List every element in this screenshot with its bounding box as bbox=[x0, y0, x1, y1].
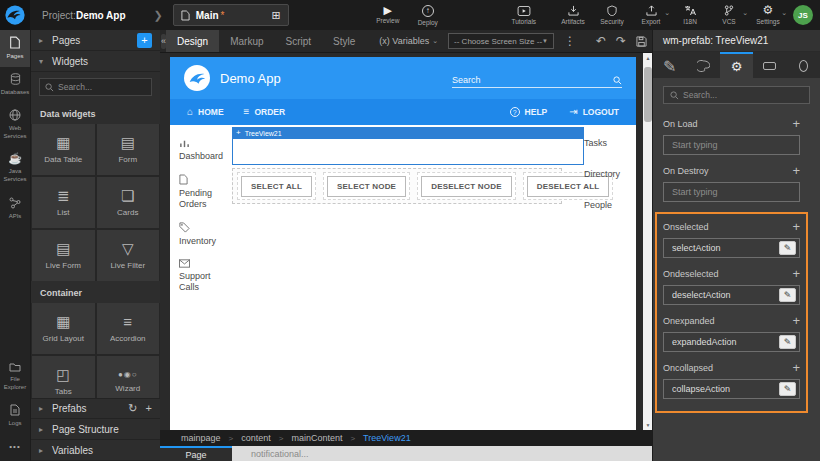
treeview-selection-label[interactable]: + TreeView21 bbox=[232, 127, 584, 139]
rail-item-databases[interactable]: Databases bbox=[0, 67, 30, 103]
widget-tile-tabs[interactable]: ◰ Tabs bbox=[32, 356, 95, 398]
rail-item-apis[interactable]: APIs bbox=[0, 191, 30, 227]
active-page-tab[interactable]: Main * ⊞ bbox=[173, 4, 289, 26]
property-search[interactable] bbox=[663, 86, 810, 104]
select-all-button[interactable]: SELECT ALL bbox=[241, 176, 312, 197]
settings-button[interactable]: ⚙ Settings ⌄ bbox=[753, 5, 783, 25]
widget-tile-grid-layout[interactable]: ▦ Grid Layout bbox=[32, 303, 95, 354]
tab-properties[interactable]: ✎ bbox=[653, 52, 686, 78]
breadcrumb-mainpage[interactable]: mainpage bbox=[181, 433, 221, 443]
sidebar-section-variables[interactable]: ▸ Variables bbox=[31, 440, 160, 461]
sidebar-section-widgets[interactable]: ▾ Widgets bbox=[31, 51, 160, 72]
i18n-button[interactable]: I18N bbox=[675, 5, 705, 25]
onselected-field[interactable]: ✎ bbox=[663, 238, 800, 258]
user-avatar[interactable]: JS bbox=[793, 5, 813, 25]
tab-gestures[interactable] bbox=[787, 52, 820, 78]
add-event-icon[interactable]: + bbox=[792, 267, 800, 280]
nav-order[interactable]: ≡ ORDER bbox=[244, 107, 286, 117]
widget-search-input[interactable] bbox=[58, 82, 146, 92]
breadcrumb-maincontent[interactable]: mainContent bbox=[291, 433, 342, 443]
onload-input[interactable] bbox=[664, 140, 799, 150]
export-button[interactable]: Export ⌄ bbox=[636, 5, 666, 25]
breadcrumb-treeview21[interactable]: TreeView21 bbox=[363, 433, 411, 443]
treeview-body[interactable] bbox=[232, 139, 584, 165]
oncollapsed-field[interactable]: ✎ bbox=[663, 379, 800, 399]
button-cell[interactable]: SELECT ALL bbox=[237, 172, 316, 200]
add-event-icon[interactable]: + bbox=[792, 314, 800, 327]
preview-button[interactable]: ▶ Preview bbox=[373, 6, 403, 24]
add-event-icon[interactable]: + bbox=[792, 117, 800, 130]
tab-events[interactable]: ⚙ bbox=[720, 52, 753, 78]
widget-search[interactable] bbox=[39, 78, 152, 96]
add-event-icon[interactable]: + bbox=[792, 361, 800, 374]
property-search-input[interactable] bbox=[683, 90, 803, 100]
widget-tile-accordion[interactable]: ≡ Accordion bbox=[97, 303, 160, 354]
widget-tile-list[interactable]: ≣ List bbox=[32, 177, 95, 228]
button-cell[interactable]: SELECT NODE bbox=[323, 172, 410, 200]
edit-action-icon[interactable]: ✎ bbox=[779, 382, 796, 396]
menu-item-support-calls[interactable]: Support Calls bbox=[179, 259, 227, 294]
security-button[interactable]: Security bbox=[597, 5, 627, 25]
add-page-button[interactable]: + bbox=[137, 33, 152, 48]
menu-item-inventory[interactable]: Inventory bbox=[179, 222, 227, 248]
deselect-node-button[interactable]: DESELECT NODE bbox=[421, 176, 512, 197]
undo-button[interactable]: ↶ bbox=[596, 35, 606, 47]
vcs-button[interactable]: VCS ⌄ bbox=[714, 5, 744, 25]
sidebar-section-prefabs[interactable]: ▸ Prefabs ↻ + bbox=[31, 398, 160, 419]
ondestroy-field[interactable] bbox=[663, 182, 800, 202]
artifacts-button[interactable]: Artifacts bbox=[558, 5, 588, 25]
ondestroy-input[interactable] bbox=[664, 187, 799, 197]
menu-item-pending-orders[interactable]: Pending Orders bbox=[179, 174, 227, 211]
onload-field[interactable] bbox=[663, 135, 800, 155]
add-prefab-icon[interactable]: + bbox=[146, 402, 152, 415]
rail-item-logs[interactable]: Logs bbox=[0, 398, 30, 434]
tab-device[interactable] bbox=[753, 52, 786, 78]
tutorials-button[interactable]: Tutorials bbox=[509, 6, 539, 25]
nav-logout[interactable]: ⇥ LOGOUT bbox=[569, 107, 619, 117]
onexpanded-field[interactable]: ✎ bbox=[663, 332, 800, 352]
rail-item-web-services[interactable]: Web Services bbox=[0, 103, 30, 147]
button-grid-container[interactable]: SELECT ALL SELECT NODE DESELECT NODE DES… bbox=[232, 168, 562, 204]
widget-tile-data-table[interactable]: ▦ Data Table bbox=[32, 124, 95, 175]
redo-button[interactable]: ↷ bbox=[616, 35, 626, 47]
ondeselected-input[interactable] bbox=[664, 290, 779, 300]
edit-action-icon[interactable]: ✎ bbox=[779, 288, 796, 302]
page-bottom-tab[interactable]: Page bbox=[160, 446, 232, 461]
sidebar-section-page-structure[interactable]: ▸ Page Structure bbox=[31, 419, 160, 440]
kebab-menu-icon[interactable]: ⋮ bbox=[564, 35, 576, 47]
widget-tile-live-filter[interactable]: ▽ Live Filter bbox=[97, 230, 160, 281]
link-people[interactable]: People bbox=[584, 200, 636, 210]
edit-action-icon[interactable]: ✎ bbox=[779, 335, 796, 349]
ondeselected-field[interactable]: ✎ bbox=[663, 285, 800, 305]
tab-design[interactable]: Design bbox=[166, 30, 219, 52]
rail-item-file-explorer[interactable]: File Explorer bbox=[0, 356, 30, 398]
link-directory[interactable]: Directory bbox=[584, 169, 636, 179]
onexpanded-input[interactable] bbox=[664, 337, 779, 347]
treeview-widget[interactable]: + TreeView21 bbox=[232, 127, 584, 165]
breadcrumb-content[interactable]: content bbox=[241, 433, 271, 443]
nav-home[interactable]: ⌂ HOME bbox=[187, 107, 224, 117]
screen-size-select[interactable]: -- Choose Screen Size -- ▼ bbox=[448, 33, 554, 49]
more-options-icon[interactable]: ••• bbox=[0, 434, 30, 461]
tab-styles[interactable] bbox=[686, 52, 719, 78]
widget-tile-form[interactable]: ▤ Form bbox=[97, 124, 160, 175]
button-cell[interactable]: DESELECT NODE bbox=[417, 172, 516, 200]
scrollbar-thumb[interactable] bbox=[644, 67, 652, 122]
sidebar-section-pages[interactable]: ▸ Pages + bbox=[31, 30, 160, 51]
edit-action-icon[interactable]: ✎ bbox=[779, 241, 796, 255]
add-event-icon[interactable]: + bbox=[792, 220, 800, 233]
onselected-input[interactable] bbox=[664, 243, 779, 253]
wavemaker-logo[interactable] bbox=[0, 0, 30, 30]
tab-script[interactable]: Script bbox=[275, 30, 323, 52]
rail-item-pages[interactable]: Pages bbox=[0, 30, 30, 67]
widget-tile-wizard[interactable]: ●◉○ Wizard bbox=[97, 356, 160, 398]
tab-style[interactable]: Style bbox=[322, 30, 366, 52]
oncollapsed-input[interactable] bbox=[664, 384, 779, 394]
widget-tile-cards[interactable]: ❏ Cards bbox=[97, 177, 160, 228]
rail-item-java-services[interactable]: ☕ Java Services bbox=[0, 147, 30, 190]
refresh-icon[interactable]: ↻ bbox=[128, 402, 137, 415]
page-switcher-icon[interactable]: ⊞ bbox=[272, 9, 281, 22]
add-event-icon[interactable]: + bbox=[792, 164, 800, 177]
save-button[interactable] bbox=[636, 36, 647, 47]
app-search-input[interactable] bbox=[452, 75, 609, 85]
